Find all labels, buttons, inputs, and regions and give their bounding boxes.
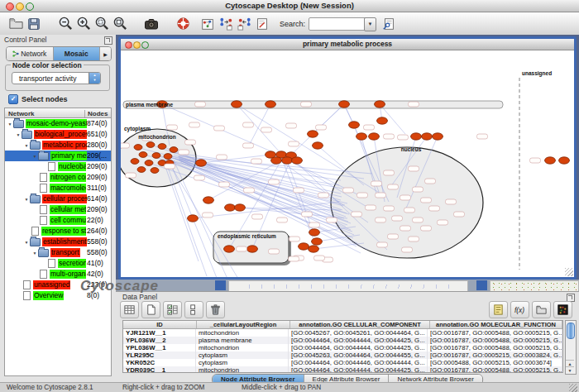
function-builder-icon[interactable]: f(x) (510, 301, 529, 318)
table-row[interactable]: YPL036W__2plasma membrane[GO:0044464, GO… (123, 337, 562, 344)
show-all-icon[interactable] (235, 15, 253, 33)
tree-row[interactable]: response to stimulu264(0) (5, 226, 111, 237)
network-view-window[interactable]: primary metabolic process plasma membran… (118, 36, 577, 280)
zoom-out-icon[interactable] (56, 15, 74, 33)
tree-row[interactable]: cell communicat22(0) (5, 215, 111, 226)
search-dropdown-icon[interactable]: ▼ (364, 17, 376, 31)
file-icon (40, 270, 47, 279)
help-lifering-icon[interactable] (174, 15, 192, 33)
expand-arrow-icon[interactable]: ▼ (23, 240, 30, 245)
notes-icon[interactable] (489, 301, 508, 318)
scroll-down-icon[interactable]: ▼ (566, 366, 574, 374)
search-input[interactable]: ▼ (309, 17, 366, 31)
float-panel-icon[interactable] (104, 36, 112, 45)
tree-node-label: response to stimulu (41, 227, 86, 236)
table-row[interactable]: YKR052Ccytoplasm[GO:0044464, GO:0044446,… (123, 359, 562, 366)
table-scrollbar[interactable]: ▲ ▼ (565, 320, 577, 375)
annotation-icon[interactable] (253, 15, 271, 33)
tree-node-label: nitrogen compo (50, 173, 86, 182)
tree-col-network[interactable]: Network (8, 110, 35, 117)
expand-arrow-icon[interactable]: ▼ (15, 132, 22, 137)
zoom-fit-icon[interactable] (111, 15, 129, 33)
select-attributes-icon[interactable] (163, 301, 182, 318)
network-node-label (195, 102, 206, 107)
tree-row[interactable]: ▼transport558(0) (5, 247, 111, 258)
network-node-label (371, 181, 382, 186)
network-node-label (366, 205, 376, 210)
advanced-search-icon[interactable] (380, 15, 398, 33)
network-node (282, 157, 293, 164)
tree-row[interactable]: ▼establishment of lo558(0) (5, 237, 111, 247)
network-node (369, 133, 380, 140)
table-column-header[interactable]: ID (123, 321, 197, 328)
table-column-header[interactable]: _cellularLayoutRegion (197, 321, 290, 328)
tree-node-count: 651(0) (87, 130, 108, 138)
save-session-icon[interactable] (25, 15, 43, 33)
table-cell: YPL036W__1 (123, 344, 196, 351)
tab-overflow-arrow-icon[interactable]: ▶ (100, 47, 111, 60)
import-attributes-icon[interactable] (532, 301, 551, 318)
network-node-label (384, 170, 395, 175)
expand-arrow-icon[interactable]: ▼ (23, 143, 30, 148)
tree-row[interactable]: nitrogen compo209(0) (5, 172, 111, 183)
network-canvas[interactable]: plasma membranecytoplasmmitochondrionnuc… (121, 50, 574, 277)
zoom-in-icon[interactable] (74, 15, 93, 33)
table-row[interactable]: YJR121W__1mitochondrion[GO:0045267, GO:0… (123, 329, 562, 337)
tab-network-label: Network (21, 50, 46, 58)
scrollbar-thumb[interactable] (567, 323, 575, 339)
table-column-header[interactable]: annotation.GO MOLECULAR_FUNCTION (430, 321, 562, 328)
matrix-icon[interactable] (553, 301, 572, 318)
attribute-table[interactable]: ID_cellularLayoutRegionannotation.GO CEL… (122, 320, 563, 373)
combobox-stepper-icon[interactable]: ▲▼ (89, 73, 100, 84)
network-node (151, 168, 159, 174)
tree-row[interactable]: cellular metabo209(0) (5, 204, 111, 215)
expand-arrow-icon[interactable]: ▼ (31, 251, 38, 256)
tree-row[interactable]: ▼cellular process614(0) (5, 194, 111, 204)
network-node (188, 215, 199, 222)
expand-arrow-icon[interactable]: ▼ (23, 197, 30, 202)
tree-row[interactable]: ▼metabolic process280(0) (5, 140, 111, 151)
unselect-attributes-icon[interactable] (184, 301, 203, 318)
tree-row[interactable]: ▼primary metabo209(... (5, 151, 111, 161)
network-graph[interactable]: plasma membranecytoplasmmitochondrionnuc… (121, 50, 574, 277)
delete-attribute-icon[interactable] (206, 301, 225, 318)
expand-arrow-icon[interactable]: ▼ (31, 154, 38, 159)
compartment-label: unassigned (522, 70, 552, 77)
select-nodes-label: Select nodes (22, 95, 68, 103)
network-node-label (357, 193, 368, 198)
network-node-label (530, 158, 541, 163)
network-node (225, 204, 236, 211)
tab-network[interactable]: Network (7, 47, 54, 60)
zoom-selected-region-icon[interactable] (93, 15, 111, 33)
tree-header: Network Nodes (4, 108, 112, 118)
table-column-header[interactable]: annotation.GO CELLULAR_COMPONENT (290, 321, 430, 328)
network-overview-icon[interactable] (199, 15, 217, 33)
tree-row[interactable]: nucleobase-209(0) (5, 161, 111, 172)
tab-mosaic[interactable]: Mosaic (54, 47, 101, 60)
attribute-table-icon[interactable] (120, 301, 139, 318)
network-window-titlebar[interactable]: primary metabolic process (121, 39, 574, 50)
tree-row[interactable]: secretion41(0) (5, 258, 111, 269)
node-color-select[interactable]: transporter activity ▲▼ (12, 72, 101, 84)
network-node-label (413, 218, 423, 222)
app-resize-grip[interactable] (569, 384, 577, 392)
tree-row[interactable]: macromolecule311(0) (5, 183, 111, 194)
table-row[interactable]: YPL036W__1mitochondrion[GO:0044464, GO:0… (123, 344, 562, 351)
new-attribute-icon[interactable] (141, 301, 160, 318)
expand-arrow-icon[interactable]: ▼ (7, 122, 13, 127)
network-node-label (384, 206, 395, 211)
table-row[interactable]: YLR295Ccytoplasm[GO:0045263, GO:0044464,… (123, 351, 562, 359)
window-resize-grip[interactable] (565, 268, 573, 276)
tree-row[interactable]: ▼mosaic-demo-yeast874(0) (5, 118, 111, 129)
hide-selected-icon[interactable] (217, 15, 235, 33)
open-file-icon[interactable] (7, 15, 25, 33)
folder-icon (22, 131, 32, 139)
tree-col-nodes[interactable]: Nodes (84, 110, 108, 117)
select-nodes-checkbox[interactable]: ✓ (8, 94, 18, 104)
network-node (559, 157, 570, 164)
status-zoom-hint: Right-click + drag to ZOOM (122, 384, 204, 391)
tree-row[interactable]: ▼biological_process651(0) (5, 129, 111, 140)
network-node (196, 160, 207, 166)
table-row[interactable]: YDR039C__1mitochondrion[GO:0044464, GO:0… (123, 366, 562, 373)
snapshot-camera-icon[interactable] (142, 15, 160, 33)
